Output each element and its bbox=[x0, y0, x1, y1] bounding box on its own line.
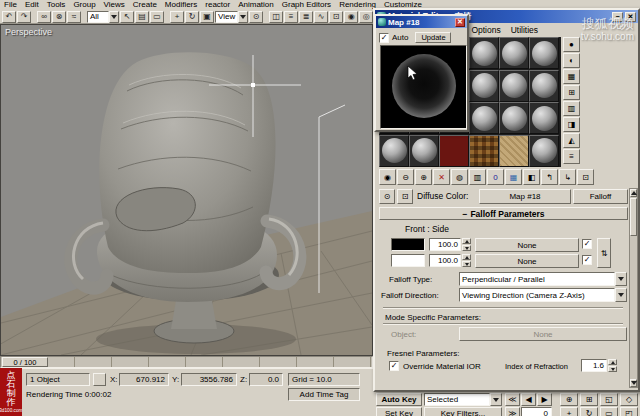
material-editor-icon[interactable]: ⊡ bbox=[329, 11, 343, 23]
override-ior-checkbox[interactable]: ✓ bbox=[389, 361, 399, 371]
material-sample-slot-red[interactable] bbox=[439, 135, 469, 167]
put-material-icon[interactable]: ⊖ bbox=[397, 169, 414, 185]
go-to-end-icon[interactable]: ≫ bbox=[505, 407, 520, 416]
field-of-view-icon[interactable]: ◇ bbox=[620, 393, 638, 406]
side-map-enable-checkbox[interactable]: ✓ bbox=[582, 255, 592, 265]
align-icon[interactable]: ≡ bbox=[284, 11, 298, 23]
sample-type-icon[interactable]: ● bbox=[563, 37, 580, 52]
side-map-button[interactable]: None bbox=[475, 254, 579, 268]
material-options-icon[interactable]: ⊡ bbox=[577, 169, 594, 185]
selection-lock-icon[interactable] bbox=[93, 373, 106, 386]
current-frame-field[interactable]: 0 bbox=[521, 407, 552, 416]
time-slider[interactable]: 0 / 100 bbox=[2, 357, 48, 367]
falloff-type-dropdown[interactable]: Perpendicular / Parallel bbox=[459, 272, 627, 286]
rect-region-icon[interactable]: ▭ bbox=[150, 11, 164, 23]
spinner-arrows[interactable] bbox=[462, 254, 471, 267]
zoom-extents-icon[interactable]: ◱ bbox=[600, 393, 618, 406]
parameters-scrollbar[interactable] bbox=[629, 188, 638, 388]
show-end-result-icon[interactable]: ◧ bbox=[523, 169, 540, 185]
spinner-arrows[interactable] bbox=[608, 359, 617, 372]
menu-graph-editors[interactable]: Graph Editors bbox=[278, 0, 335, 10]
use-center-icon[interactable]: ⊙ bbox=[249, 11, 263, 23]
make-unique-icon[interactable]: ◍ bbox=[451, 169, 468, 185]
selected-filter-dropdown[interactable]: Selected bbox=[424, 393, 502, 406]
menu-create[interactable]: Create bbox=[129, 0, 161, 10]
front-map-enable-checkbox[interactable]: ✓ bbox=[582, 239, 592, 249]
go-to-sibling-icon[interactable]: ↳ bbox=[559, 169, 576, 185]
material-sample-slot[interactable] bbox=[529, 135, 559, 167]
menu-file[interactable]: File bbox=[0, 0, 21, 10]
material-sample-slot[interactable] bbox=[529, 37, 559, 69]
material-sample-slot[interactable] bbox=[469, 70, 499, 102]
menu-modifiers[interactable]: Modifiers bbox=[161, 0, 201, 10]
front-map-button[interactable]: None bbox=[475, 238, 579, 252]
material-sample-slot[interactable] bbox=[379, 135, 409, 167]
ior-spinner[interactable]: 1.6 bbox=[581, 359, 617, 372]
get-material-icon[interactable]: ◉ bbox=[379, 169, 396, 185]
y-coordinate-field[interactable]: 3556.786 bbox=[181, 373, 237, 386]
scroll-down-icon[interactable] bbox=[630, 379, 637, 387]
front-color-swatch[interactable] bbox=[391, 238, 425, 251]
play-icon[interactable]: ▶ bbox=[537, 393, 552, 406]
mirror-icon[interactable]: ◫ bbox=[269, 11, 283, 23]
auto-update-checkbox[interactable]: ✓ bbox=[379, 33, 389, 43]
zoom-icon[interactable]: ⊕ bbox=[560, 393, 578, 406]
menu-views[interactable]: Views bbox=[100, 0, 129, 10]
perspective-viewport[interactable]: Perspective bbox=[0, 24, 373, 356]
me-menu-options[interactable]: Options bbox=[471, 25, 500, 35]
maximize-viewport-icon[interactable]: ◰ bbox=[620, 407, 638, 416]
undo-icon[interactable]: ↶ bbox=[2, 11, 16, 23]
previous-frame-icon[interactable]: ◀ bbox=[521, 393, 536, 406]
material-sample-slot-fabric[interactable] bbox=[499, 135, 529, 167]
menu-reactor[interactable]: reactor bbox=[201, 0, 234, 10]
menu-animation[interactable]: Animation bbox=[234, 0, 278, 10]
spinner-arrows[interactable] bbox=[462, 238, 471, 251]
chevron-down-icon[interactable] bbox=[615, 288, 627, 302]
menu-edit[interactable]: Edit bbox=[21, 0, 43, 10]
material-navigator-icon[interactable]: ≡ bbox=[563, 149, 580, 164]
chevron-down-icon[interactable] bbox=[238, 11, 248, 23]
move-icon[interactable]: + bbox=[170, 11, 184, 23]
scroll-up-icon[interactable] bbox=[630, 189, 637, 197]
scrollbar-thumb[interactable] bbox=[630, 198, 637, 236]
map-name-button[interactable]: Map #18 bbox=[479, 189, 571, 204]
material-sample-slot[interactable] bbox=[409, 135, 439, 167]
assign-material-icon[interactable]: ⊕ bbox=[415, 169, 432, 185]
falloff-direction-dropdown[interactable]: Viewing Direction (Camera Z-Axis) bbox=[459, 288, 627, 302]
selection-filter-dropdown[interactable]: All bbox=[87, 11, 119, 23]
side-amount-value[interactable]: 100.0 bbox=[429, 254, 461, 267]
map-window-titlebar[interactable]: Map #18 ✕ bbox=[376, 16, 467, 28]
select-by-material-icon[interactable]: ◭ bbox=[563, 133, 580, 148]
auto-key-button[interactable]: Auto Key bbox=[376, 393, 422, 406]
bind-spacewarp-icon[interactable]: ≈ bbox=[67, 11, 81, 23]
chevron-down-icon[interactable] bbox=[490, 393, 502, 406]
zoom-region-icon[interactable]: ▭ bbox=[600, 407, 618, 416]
unlink-icon[interactable]: ⊗ bbox=[52, 11, 66, 23]
material-sample-slot[interactable] bbox=[469, 102, 499, 134]
chevron-down-icon[interactable] bbox=[615, 272, 627, 286]
side-amount-spinner[interactable]: 100.0 bbox=[429, 254, 471, 267]
side-color-swatch[interactable] bbox=[391, 254, 425, 267]
options-icon[interactable]: ◨ bbox=[563, 117, 580, 132]
z-coordinate-field[interactable]: 0.0 bbox=[249, 373, 283, 386]
reset-map-icon[interactable]: ✕ bbox=[433, 169, 450, 185]
scale-icon[interactable]: ▣ bbox=[200, 11, 214, 23]
ior-value[interactable]: 1.6 bbox=[581, 359, 607, 372]
swap-colors-icon[interactable]: ⇅ bbox=[597, 238, 611, 268]
set-key-button[interactable]: Set Key bbox=[376, 407, 422, 416]
pick-color-icon[interactable]: ⊙ bbox=[379, 189, 395, 204]
map-type-button[interactable]: Falloff bbox=[573, 189, 628, 204]
show-map-in-viewport-icon[interactable]: ▦ bbox=[505, 169, 522, 185]
arc-rotate-icon[interactable]: ↻ bbox=[580, 407, 598, 416]
add-time-tag[interactable]: Add Time Tag bbox=[288, 388, 360, 401]
material-sample-slot[interactable] bbox=[499, 70, 529, 102]
rotate-icon[interactable]: ↻ bbox=[185, 11, 199, 23]
sample-preview-icon[interactable]: ⊡ bbox=[397, 189, 413, 204]
curve-editor-icon[interactable]: ∿ bbox=[314, 11, 328, 23]
falloff-parameters-rollout[interactable]: − Falloff Parameters bbox=[379, 207, 628, 220]
layers-icon[interactable]: ≣ bbox=[299, 11, 313, 23]
pan-icon[interactable]: + bbox=[560, 407, 578, 416]
me-menu-utilities[interactable]: Utilities bbox=[511, 25, 538, 35]
x-coordinate-field[interactable]: 670.912 bbox=[119, 373, 169, 386]
go-to-parent-icon[interactable]: ↰ bbox=[541, 169, 558, 185]
